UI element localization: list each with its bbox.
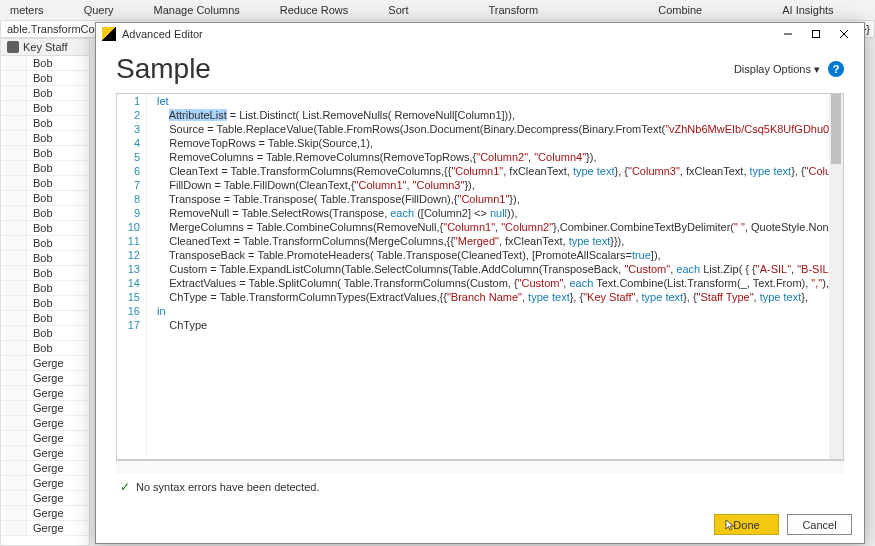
done-button[interactable]: Done: [714, 514, 779, 535]
table-row[interactable]: Gerge: [1, 416, 89, 431]
row-number: [5, 191, 27, 205]
ribbon-tab[interactable]: Combine: [638, 4, 722, 16]
table-row[interactable]: Bob: [1, 326, 89, 341]
table-row[interactable]: Bob: [1, 116, 89, 131]
cell-value: Gerge: [27, 446, 64, 460]
table-row[interactable]: Bob: [1, 206, 89, 221]
cell-value: Bob: [27, 191, 53, 205]
cell-value: Bob: [27, 86, 53, 100]
row-number: [5, 371, 27, 385]
code-editor[interactable]: 1234567891011121314151617 let AttributeL…: [116, 93, 844, 460]
table-row[interactable]: Bob: [1, 101, 89, 116]
table-row[interactable]: Bob: [1, 56, 89, 71]
table-row[interactable]: Bob: [1, 236, 89, 251]
row-number: [5, 476, 27, 490]
table-row[interactable]: Gerge: [1, 476, 89, 491]
table-row[interactable]: Bob: [1, 221, 89, 236]
svg-rect-1: [813, 31, 820, 38]
ribbon-tab[interactable]: AI Insights: [762, 4, 853, 16]
table-row[interactable]: Gerge: [1, 386, 89, 401]
table-row[interactable]: Gerge: [1, 491, 89, 506]
editor-scrollbar[interactable]: [829, 94, 843, 459]
ribbon: meters Query Manage Columns Reduce Rows …: [0, 0, 875, 20]
cell-value: Bob: [27, 266, 53, 280]
ribbon-tab[interactable]: Reduce Rows: [260, 4, 368, 16]
table-row[interactable]: Bob: [1, 86, 89, 101]
row-number: [5, 131, 27, 145]
check-icon: ✓: [120, 480, 130, 494]
cell-value: Bob: [27, 236, 53, 250]
table-row[interactable]: Bob: [1, 131, 89, 146]
row-number: [5, 356, 27, 370]
table-row[interactable]: Bob: [1, 296, 89, 311]
table-row[interactable]: Gerge: [1, 506, 89, 521]
ribbon-tab[interactable]: meters: [10, 4, 64, 16]
cell-value: Gerge: [27, 506, 64, 520]
row-number: [5, 266, 27, 280]
table-row[interactable]: Bob: [1, 71, 89, 86]
cell-value: Bob: [27, 341, 53, 355]
display-options-dropdown[interactable]: Display Options ▾: [734, 63, 820, 76]
ribbon-tab[interactable]: Transform: [468, 4, 558, 16]
cell-value: Bob: [27, 311, 53, 325]
row-number: [5, 161, 27, 175]
code-area[interactable]: let AttributeList = List.Distinct( List.…: [147, 94, 843, 459]
row-number: [5, 206, 27, 220]
cell-value: Gerge: [27, 371, 64, 385]
table-row[interactable]: Gerge: [1, 356, 89, 371]
help-icon[interactable]: ?: [828, 61, 844, 77]
table-row[interactable]: Gerge: [1, 371, 89, 386]
cell-value: Bob: [27, 161, 53, 175]
cell-value: Bob: [27, 116, 53, 130]
row-number: [5, 296, 27, 310]
cancel-button[interactable]: Cancel: [787, 514, 852, 535]
maximize-button[interactable]: [802, 24, 830, 44]
row-number: [5, 341, 27, 355]
scrollbar-thumb[interactable]: [831, 94, 841, 164]
table-row[interactable]: Bob: [1, 266, 89, 281]
row-number: [5, 176, 27, 190]
ribbon-tab[interactable]: Manage Columns: [134, 4, 260, 16]
dialog-title: Advanced Editor: [122, 28, 774, 40]
table-row[interactable]: Bob: [1, 176, 89, 191]
table-row[interactable]: Bob: [1, 161, 89, 176]
status-text: No syntax errors have been detected.: [136, 481, 319, 493]
close-button[interactable]: [830, 24, 858, 44]
table-row[interactable]: Gerge: [1, 521, 89, 536]
table-row[interactable]: Bob: [1, 251, 89, 266]
table-row[interactable]: Gerge: [1, 431, 89, 446]
table-row[interactable]: Bob: [1, 191, 89, 206]
row-number: [5, 56, 27, 70]
cell-value: Bob: [27, 101, 53, 115]
grid-header[interactable]: Key Staff: [1, 39, 89, 56]
dialog-buttons: Done Cancel: [96, 508, 864, 543]
table-row[interactable]: Bob: [1, 281, 89, 296]
app-icon: [102, 27, 116, 41]
table-row[interactable]: Bob: [1, 146, 89, 161]
ribbon-tab[interactable]: Query: [64, 4, 134, 16]
key-icon: [7, 41, 19, 53]
editor-footer: [116, 460, 844, 474]
row-number: [5, 491, 27, 505]
table-row[interactable]: Bob: [1, 311, 89, 326]
row-number: [5, 521, 27, 535]
cell-value: Gerge: [27, 431, 64, 445]
minimize-button[interactable]: [774, 24, 802, 44]
syntax-status: ✓ No syntax errors have been detected.: [116, 474, 844, 500]
row-number: [5, 71, 27, 85]
cell-value: Bob: [27, 71, 53, 85]
table-row[interactable]: Gerge: [1, 446, 89, 461]
ribbon-tab[interactable]: Sort: [368, 4, 428, 16]
table-row[interactable]: Gerge: [1, 401, 89, 416]
row-number: [5, 416, 27, 430]
cell-value: Bob: [27, 146, 53, 160]
row-number: [5, 506, 27, 520]
table-row[interactable]: Gerge: [1, 461, 89, 476]
cell-value: Gerge: [27, 416, 64, 430]
cell-value: Bob: [27, 176, 53, 190]
table-row[interactable]: Bob: [1, 341, 89, 356]
titlebar: Advanced Editor: [96, 23, 864, 45]
row-number: [5, 386, 27, 400]
row-number: [5, 221, 27, 235]
grid-rows: BobBobBobBobBobBobBobBobBobBobBobBobBobB…: [1, 56, 89, 536]
